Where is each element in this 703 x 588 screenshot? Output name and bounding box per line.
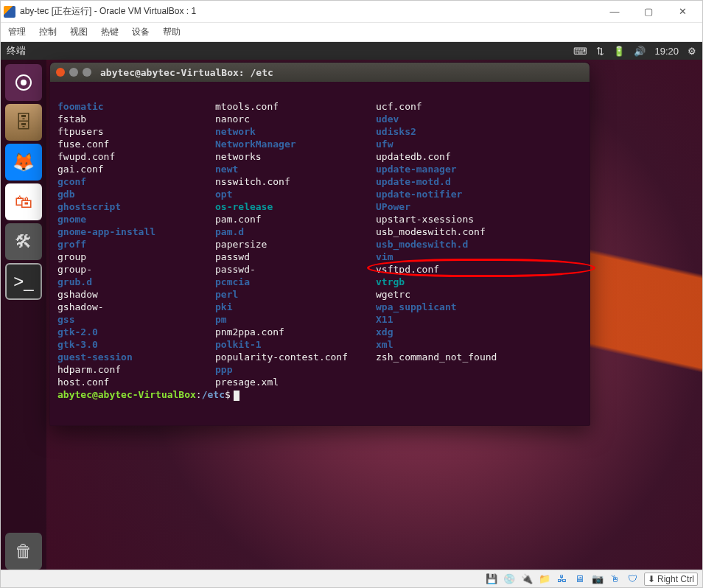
ls-entry: ucf.conf (376, 100, 582, 113)
terminal-icon[interactable]: >_ (5, 263, 42, 300)
minimize-button[interactable]: — (598, 1, 632, 22)
ls-entry: udisks2 (376, 125, 582, 138)
vbox-statusbar: 💾 💿 🔌 📁 🖧 🖥 📷 🖱 🛡 ⬇ Right Ctrl (1, 570, 702, 587)
ls-entry: wpa_supplicant (376, 301, 582, 313)
ls-entry: network (215, 125, 376, 138)
ls-entry (376, 376, 582, 388)
ls-entry: pam.d (215, 225, 376, 238)
ls-entry: gnome-app-install (57, 225, 215, 238)
ls-entry: upstart-xsessions (376, 213, 582, 225)
ls-entry: NetworkManager (215, 138, 376, 150)
gnome-top-panel[interactable]: 终端 ⌨ ⇅ 🔋 🔊 19:20 ⚙ (1, 42, 702, 60)
status-usb-icon[interactable]: 🔌 (520, 573, 534, 585)
status-camera-icon[interactable]: 📷 (591, 573, 604, 585)
virtualbox-icon (4, 6, 15, 18)
ls-entry: zsh_command_not_found (376, 351, 582, 363)
ls-entry: nsswitch.conf (215, 175, 376, 188)
ls-entry: ppp (215, 363, 376, 376)
panel-clock[interactable]: 19:20 (654, 46, 679, 57)
terminal-title: abytec@abytec-VirtualBox: /etc (100, 67, 273, 78)
software-icon[interactable]: 🛍 (5, 183, 42, 220)
dash-icon[interactable] (5, 64, 42, 101)
ls-entry: opt (215, 188, 376, 200)
status-display-icon[interactable]: 🖥 (573, 573, 587, 585)
terminal-body[interactable]: foomaticmtools.confucf.conffstabnanorcud… (50, 82, 590, 425)
prompt-dollar: $ (225, 389, 231, 400)
close-button[interactable]: ✕ (665, 1, 699, 22)
ls-entry: os-release (215, 200, 376, 213)
menu-devices[interactable]: 设备 (132, 26, 150, 38)
ls-entry: guest-session (57, 351, 215, 363)
terminal-window[interactable]: abytec@abytec-VirtualBox: /etc foomaticm… (49, 62, 590, 426)
ls-entry: usb_modeswitch.conf (376, 225, 582, 238)
vbox-titlebar[interactable]: aby-tec [正在运行] - Oracle VM VirtualBox : … (1, 1, 702, 23)
terminal-titlebar[interactable]: abytec@abytec-VirtualBox: /etc (50, 63, 590, 82)
prompt-colon: : (196, 389, 202, 400)
panel-app-title[interactable]: 终端 (7, 44, 573, 57)
ls-entry: newt (215, 163, 376, 175)
ls-entry: vtrgb (376, 276, 582, 288)
ls-entry: networks (215, 150, 376, 163)
ls-entry: fstab (57, 113, 215, 125)
status-shield-icon[interactable]: 🛡 (626, 573, 640, 585)
guest-display[interactable]: 终端 ⌨ ⇅ 🔋 🔊 19:20 ⚙ 🗄 🦊 🛍 🛠 >_ 🗑 (1, 42, 702, 570)
virtualbox-window: aby-tec [正在运行] - Oracle VM VirtualBox : … (0, 0, 703, 588)
ls-entry: wgetrc (376, 288, 582, 301)
menu-control[interactable]: 控制 (39, 26, 57, 38)
status-folder-icon[interactable]: 📁 (538, 573, 551, 585)
keyboard-icon[interactable]: ⌨ (573, 46, 587, 57)
settings-icon[interactable]: 🛠 (5, 223, 42, 260)
menu-help[interactable]: 帮助 (163, 26, 181, 38)
ls-entry: gai.conf (57, 163, 215, 175)
term-maximize-button[interactable] (83, 68, 91, 77)
ls-entry: passwd- (215, 263, 376, 276)
ls-entry: X11 (376, 313, 582, 326)
ls-entry: pki (215, 301, 376, 313)
ls-entry: grub.d (57, 276, 215, 288)
menu-view[interactable]: 视图 (70, 26, 88, 38)
ls-entry: xml (376, 338, 582, 351)
battery-icon[interactable]: 🔋 (613, 46, 625, 57)
ls-entry: updatedb.conf (376, 150, 582, 163)
ls-entry: gtk-3.0 (57, 338, 215, 351)
terminal-cursor (234, 391, 239, 401)
prompt-user: abytec@abytec-VirtualBox (57, 389, 196, 400)
term-close-button[interactable] (56, 68, 65, 77)
menu-manage[interactable]: 管理 (8, 26, 26, 38)
status-cd-icon[interactable]: 💿 (503, 573, 516, 585)
ls-entry: pm (215, 313, 376, 326)
ls-entry: mtools.conf (215, 100, 376, 113)
vbox-title: aby-tec [正在运行] - Oracle VM VirtualBox : … (20, 5, 598, 18)
trash-icon[interactable]: 🗑 (5, 533, 42, 570)
status-hdd-icon[interactable]: 💾 (485, 573, 498, 585)
volume-icon[interactable]: 🔊 (634, 46, 646, 57)
ls-entry: gdb (57, 188, 215, 200)
ls-entry: group (57, 251, 215, 263)
status-mouse-icon[interactable]: 🖱 (609, 573, 622, 585)
hostkey-indicator[interactable]: ⬇ Right Ctrl (644, 573, 698, 586)
ls-entry (376, 363, 582, 376)
ls-entry: ftpusers (57, 125, 215, 138)
ls-entry: gnome (57, 213, 215, 225)
ls-entry: udev (376, 113, 582, 125)
network-icon[interactable]: ⇅ (596, 46, 604, 57)
ls-entry: update-motd.d (376, 175, 582, 188)
ls-entry: gconf (57, 175, 215, 188)
maximize-button[interactable]: ▢ (632, 1, 665, 22)
ls-entry: ufw (376, 138, 582, 150)
status-network-icon[interactable]: 🖧 (556, 573, 569, 585)
firefox-icon[interactable]: 🦊 (5, 144, 42, 181)
vbox-menubar: 管理 控制 视图 热键 设备 帮助 (1, 23, 702, 42)
ls-entry: popularity-contest.conf (215, 351, 376, 363)
ls-entry: group- (57, 263, 215, 276)
ls-entry: fwupd.conf (57, 150, 215, 163)
gear-icon[interactable]: ⚙ (688, 46, 696, 57)
ls-entry: foomatic (57, 100, 215, 113)
menu-hotkeys[interactable]: 热键 (101, 26, 119, 38)
ls-entry: ghostscript (57, 200, 215, 213)
files-icon[interactable]: 🗄 (5, 104, 42, 141)
ls-entry: nanorc (215, 113, 376, 125)
term-minimize-button[interactable] (69, 68, 78, 77)
ls-entry: xdg (376, 326, 582, 338)
hostkey-label: Right Ctrl (657, 574, 694, 584)
